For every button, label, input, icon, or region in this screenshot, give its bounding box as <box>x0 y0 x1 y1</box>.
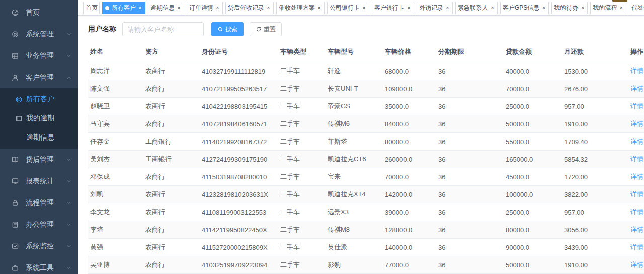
tab-7[interactable]: 客户银行卡× <box>372 2 414 14</box>
sidebar-item-7[interactable]: 办公管理 <box>0 214 78 235</box>
tab-13[interactable]: 代签任务× <box>629 2 644 14</box>
cell-loan-amount: 165000.0 <box>504 151 562 168</box>
detail-link[interactable]: 详情 <box>630 190 643 198</box>
tab-10[interactable]: 客户GPS信息× <box>500 2 549 14</box>
reset-button-label: 重置 <box>264 25 276 34</box>
tab-label: 我的流程 <box>593 4 617 12</box>
submenu-item-3-2[interactable]: 逾期信息 <box>0 128 78 147</box>
close-icon[interactable]: × <box>444 5 451 11</box>
close-icon[interactable]: × <box>579 5 586 11</box>
cell-term: 36 <box>436 151 504 168</box>
detail-link[interactable]: 详情 <box>630 226 643 233</box>
tab-1[interactable]: 所有客户× <box>102 2 145 14</box>
chevron-down-icon <box>66 157 72 163</box>
cell-funder: 农商行 <box>143 168 200 186</box>
sidebar-item-3[interactable]: 客户管理 <box>0 66 78 88</box>
customer-name-input[interactable] <box>122 22 204 36</box>
cell-funder: 农商行 <box>143 239 200 256</box>
cell-vehicle-price: 68000.0 <box>383 62 436 80</box>
detail-link[interactable]: 详情 <box>630 243 643 251</box>
sidebar-item-6[interactable]: 流程管理 <box>0 192 78 214</box>
tab-label: 首页 <box>86 4 98 12</box>
cell-action: 详情 <box>621 80 644 98</box>
cell-loan-amount: 25000.0 <box>504 98 562 115</box>
sidebar-item-1[interactable]: 系统管理 <box>0 23 78 45</box>
cell-action: 详情 <box>621 115 644 133</box>
sidebar-item-5[interactable]: 报表统计 <box>0 170 78 192</box>
cell-term: 36 <box>436 115 504 133</box>
tab-label: 所有客户 <box>112 4 136 12</box>
sidebar-item-0[interactable]: 首页 <box>0 2 78 23</box>
cell-term: 36 <box>436 203 504 221</box>
cell-action: 详情 <box>621 168 644 186</box>
submenu-item-3-0[interactable]: 所有客户 <box>0 90 78 109</box>
close-icon[interactable]: × <box>137 5 143 11</box>
cell-vehicle-type: 二手车 <box>278 62 326 80</box>
refresh-icon <box>256 26 262 32</box>
column-header: 姓名 <box>88 44 143 62</box>
tab-label: 催收处理方案 <box>279 4 315 12</box>
cell-monthly-payment: 3439.00 <box>562 239 621 256</box>
close-icon[interactable]: × <box>618 5 624 11</box>
close-icon[interactable]: × <box>361 5 367 11</box>
close-icon[interactable]: × <box>265 5 272 11</box>
tab-3[interactable]: 订单详情× <box>187 2 223 14</box>
cell-vehicle-price: 260000.0 <box>383 151 436 168</box>
tab-2[interactable]: 逾期信息× <box>148 2 184 14</box>
search-button[interactable]: 搜索 <box>211 22 244 36</box>
user-icon <box>11 74 19 82</box>
tab-9[interactable]: 紧急联系人× <box>455 2 498 14</box>
sidebar: 首页系统管理业务管理客户管理所有客户我的逾期逾期信息贷后管理报表统计流程管理办公… <box>0 0 78 274</box>
submenu-item-3-1[interactable]: 我的逾期 <box>0 109 78 128</box>
detail-link[interactable]: 详情 <box>630 208 643 216</box>
sidebar-item-2[interactable]: 业务管理 <box>0 45 78 66</box>
cell-term: 36 <box>436 221 504 239</box>
cell-vehicle-model: 凯迪拉克CT6 <box>326 151 383 168</box>
close-icon[interactable]: × <box>316 5 323 11</box>
tab-label: 外访记录 <box>419 4 443 12</box>
reset-button[interactable]: 重置 <box>250 22 282 36</box>
tab-8[interactable]: 外访记录× <box>417 2 453 14</box>
tab-6[interactable]: 公司银行卡× <box>327 2 369 14</box>
close-icon[interactable]: × <box>176 5 182 11</box>
detail-link[interactable]: 详情 <box>630 261 643 268</box>
cell-vehicle-type: 二手车 <box>278 168 326 186</box>
tab-5[interactable]: 催收处理方案× <box>276 2 325 14</box>
cell-vehicle-model: 英仕派 <box>326 239 383 256</box>
tab-12[interactable]: 我的流程× <box>590 2 626 14</box>
book-icon <box>11 156 19 164</box>
detail-link[interactable]: 详情 <box>630 102 643 110</box>
detail-link[interactable]: 详情 <box>630 173 643 180</box>
cell-id-number: 410721199505263517 <box>200 80 278 98</box>
cell-name: 任存金 <box>88 133 143 151</box>
chevron-down-icon <box>66 200 72 206</box>
tab-label: 订单详情 <box>189 4 213 12</box>
sidebar-item-9[interactable]: 系统工具 <box>0 257 78 274</box>
close-icon[interactable]: × <box>214 5 221 11</box>
close-icon[interactable]: × <box>489 5 496 11</box>
cell-vehicle-price: 109000.0 <box>383 80 436 98</box>
cell-vehicle-model: 菲斯塔 <box>326 133 383 151</box>
close-icon[interactable]: × <box>406 5 412 11</box>
detail-link[interactable]: 详情 <box>630 120 643 127</box>
detail-link[interactable]: 详情 <box>630 67 643 75</box>
sidebar-item-4[interactable]: 贷后管理 <box>0 149 78 170</box>
cell-term: 36 <box>436 168 504 186</box>
cell-loan-amount: 55000.0 <box>504 133 562 151</box>
tab-4[interactable]: 贷后催收记录× <box>225 2 274 14</box>
cell-term: 36 <box>436 80 504 98</box>
detail-link[interactable]: 详情 <box>630 138 643 145</box>
submenu-item-label: 逾期信息 <box>26 133 54 142</box>
tab-0[interactable]: 首页 <box>83 2 100 14</box>
detail-link[interactable]: 详情 <box>630 155 643 163</box>
tab-label: 我的待办 <box>554 4 578 12</box>
tab-11[interactable]: 我的待办× <box>551 2 588 14</box>
cell-vehicle-model: 凯迪拉克XT4 <box>326 186 383 203</box>
close-icon[interactable]: × <box>540 5 547 11</box>
sidebar-item-8[interactable]: 系统监控 <box>0 235 78 257</box>
detail-link[interactable]: 详情 <box>630 85 643 92</box>
cell-name: 刘凯 <box>88 186 143 203</box>
cell-id-number: 410422198803195415 <box>200 98 278 115</box>
avatar-partial[interactable] <box>612 0 627 2</box>
search-icon <box>217 26 223 32</box>
